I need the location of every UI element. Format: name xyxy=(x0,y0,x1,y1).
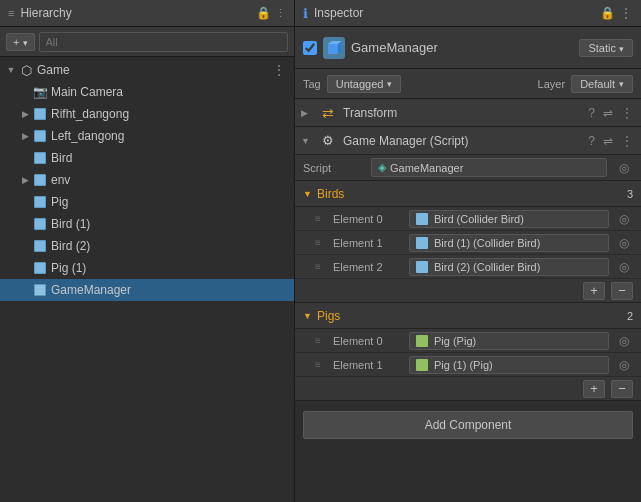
gameobject-enabled-checkbox[interactable] xyxy=(303,41,317,55)
hierarchy-header-icons: 🔒 ⋮ xyxy=(256,6,286,20)
script-component-header[interactable]: ▼ ⚙ Game Manager (Script) ? ⇌ ⋮ xyxy=(295,127,641,155)
tree-arrow-env[interactable]: ▶ xyxy=(18,173,32,187)
transform-component-header[interactable]: ▶ ⇄ Transform ? ⇌ ⋮ xyxy=(295,99,641,127)
cube-icon-bird1 xyxy=(32,216,48,232)
drag-handle-2[interactable]: ≡ xyxy=(315,261,327,272)
tree-item-pig[interactable]: ▶ Pig xyxy=(0,191,294,213)
bird2-icon xyxy=(416,261,428,273)
tree-item-bird[interactable]: ▶ Bird xyxy=(0,147,294,169)
pigs-element-1-pick[interactable]: ◎ xyxy=(615,358,633,372)
cube-icon-game-manager xyxy=(32,282,48,298)
transform-menu-button[interactable]: ⋮ xyxy=(619,104,635,122)
inspector-menu-icon[interactable]: ⋮ xyxy=(619,5,633,21)
tree-item-env[interactable]: ▶ env xyxy=(0,169,294,191)
tree-item-main-camera[interactable]: ▶ 📷 Main Camera xyxy=(0,81,294,103)
tree-item-game[interactable]: ▼ ⬡ Game ⋮ xyxy=(0,59,294,81)
birds-element-2: ≡ Element 2 Bird (2) (Collider Bird) ◎ xyxy=(295,255,641,279)
birds-element-1-pick[interactable]: ◎ xyxy=(615,236,633,250)
inspector-title: Inspector xyxy=(314,6,363,20)
pig-drag-handle-0[interactable]: ≡ xyxy=(315,335,327,346)
tree-label-bird2: Bird (2) xyxy=(51,239,290,253)
pigs-element-0-pick[interactable]: ◎ xyxy=(615,334,633,348)
tree-item-left-dangong[interactable]: ▶ Left_dangong xyxy=(0,125,294,147)
birds-add-button[interactable]: + xyxy=(583,282,605,300)
birds-element-1: ≡ Element 1 Bird (1) (Collider Bird) ◎ xyxy=(295,231,641,255)
gameobject-name-input[interactable] xyxy=(351,40,573,55)
cube-icon-bird2 xyxy=(32,238,48,254)
birds-element-1-value: Bird (1) (Collider Bird) xyxy=(409,234,609,252)
transform-help-button[interactable]: ? xyxy=(586,104,597,122)
transform-collapse-arrow: ▶ xyxy=(301,108,313,118)
static-toggle-button[interactable]: Static ▾ xyxy=(579,39,633,57)
tree-label-env: env xyxy=(51,173,290,187)
cube-icon-right-dangong xyxy=(32,106,48,122)
pigs-add-button[interactable]: + xyxy=(583,380,605,398)
hierarchy-toolbar: + ▾ xyxy=(0,27,294,57)
add-component-wrapper: Add Component xyxy=(295,401,641,449)
birds-element-0-pick[interactable]: ◎ xyxy=(615,212,633,226)
tree-arrow-game[interactable]: ▼ xyxy=(4,63,18,77)
pigs-element-0-label: Element 0 xyxy=(333,335,403,347)
script-settings-button[interactable]: ⇌ xyxy=(601,132,615,150)
script-field-row: Script ◈ GameManager ◎ xyxy=(295,155,641,181)
tree-arrow-right-dangong[interactable]: ▶ xyxy=(18,107,32,121)
script-pick-button[interactable]: ◎ xyxy=(615,161,633,175)
bird0-icon xyxy=(416,213,428,225)
tree-label-main-camera: Main Camera xyxy=(51,85,290,99)
gameobject-icon xyxy=(323,37,345,59)
birds-element-2-label: Element 2 xyxy=(333,261,403,273)
birds-array-section: ▼ Birds 3 ≡ Element 0 Bird (Collider Bir… xyxy=(295,181,641,303)
tree-item-bird1[interactable]: ▶ Bird (1) xyxy=(0,213,294,235)
pigs-array-label: Pigs xyxy=(317,309,627,323)
script-field-value: ◈ GameManager xyxy=(371,158,607,177)
birds-remove-button[interactable]: − xyxy=(611,282,633,300)
tree-item-pig1[interactable]: ▶ Pig (1) xyxy=(0,257,294,279)
tree-item-right-dangong[interactable]: ▶ Rifht_dangong xyxy=(0,103,294,125)
tree-label-right-dangong: Rifht_dangong xyxy=(51,107,290,121)
tree-item-bird2[interactable]: ▶ Bird (2) xyxy=(0,235,294,257)
svg-rect-0 xyxy=(328,44,338,54)
birds-element-2-value: Bird (2) (Collider Bird) xyxy=(409,258,609,276)
tree-item-game-manager[interactable]: ▶ GameManager xyxy=(0,279,294,301)
pigs-array-header[interactable]: ▼ Pigs 2 xyxy=(295,303,641,329)
pigs-element-1: ≡ Element 1 Pig (1) (Pig) ◎ xyxy=(295,353,641,377)
birds-array-controls: + − xyxy=(295,279,641,303)
birds-element-1-label: Element 1 xyxy=(333,237,403,249)
tree-menu-game[interactable]: ⋮ xyxy=(268,62,290,78)
layer-dropdown[interactable]: Default ▾ xyxy=(571,75,633,93)
tag-dropdown[interactable]: Untagged ▾ xyxy=(327,75,402,93)
pigs-array-section: ▼ Pigs 2 ≡ Element 0 Pig (Pig) ◎ ≡ Eleme… xyxy=(295,303,641,401)
tree-label-pig: Pig xyxy=(51,195,290,209)
tag-layer-row: Tag Untagged ▾ Layer Default ▾ xyxy=(295,69,641,99)
hierarchy-lock-icon[interactable]: 🔒 xyxy=(256,6,271,20)
cube-icon-env xyxy=(32,172,48,188)
gameobject-header: Static ▾ xyxy=(295,27,641,69)
hierarchy-search-input[interactable] xyxy=(39,32,289,52)
birds-element-2-pick[interactable]: ◎ xyxy=(615,260,633,274)
transform-icon: ⇄ xyxy=(319,104,337,122)
pig-drag-handle-1[interactable]: ≡ xyxy=(315,359,327,370)
hierarchy-add-button[interactable]: + ▾ xyxy=(6,33,35,51)
birds-array-header[interactable]: ▼ Birds 3 xyxy=(295,181,641,207)
script-actions: ? ⇌ ⋮ xyxy=(586,132,635,150)
hierarchy-tree: ▼ ⬡ Game ⋮ ▶ 📷 Main Camera ▶ Rifht_dango… xyxy=(0,57,294,502)
pigs-collapse-arrow: ▼ xyxy=(303,311,317,321)
script-menu-button[interactable]: ⋮ xyxy=(619,132,635,150)
transform-settings-button[interactable]: ⇌ xyxy=(601,104,615,122)
hierarchy-menu-icon[interactable]: ⋮ xyxy=(275,7,286,20)
inspector-lock-icon[interactable]: 🔒 xyxy=(600,6,615,20)
drag-handle-1[interactable]: ≡ xyxy=(315,237,327,248)
birds-element-0-value: Bird (Collider Bird) xyxy=(409,210,609,228)
script-title: Game Manager (Script) xyxy=(343,134,580,148)
tree-arrow-left-dangong[interactable]: ▶ xyxy=(18,129,32,143)
cube-icon-bird xyxy=(32,150,48,166)
add-component-button[interactable]: Add Component xyxy=(303,411,633,439)
pigs-remove-button[interactable]: − xyxy=(611,380,633,398)
script-help-button[interactable]: ? xyxy=(586,132,597,150)
scene-icon: ⬡ xyxy=(18,62,34,78)
drag-handle-0[interactable]: ≡ xyxy=(315,213,327,224)
hierarchy-panel: ≡ Hierarchy 🔒 ⋮ + ▾ ▼ ⬡ Game ⋮ ▶ 📷 Main … xyxy=(0,0,295,502)
pigs-array-controls: + − xyxy=(295,377,641,401)
layer-label: Layer xyxy=(538,78,566,90)
hierarchy-icon: ≡ xyxy=(8,7,14,19)
